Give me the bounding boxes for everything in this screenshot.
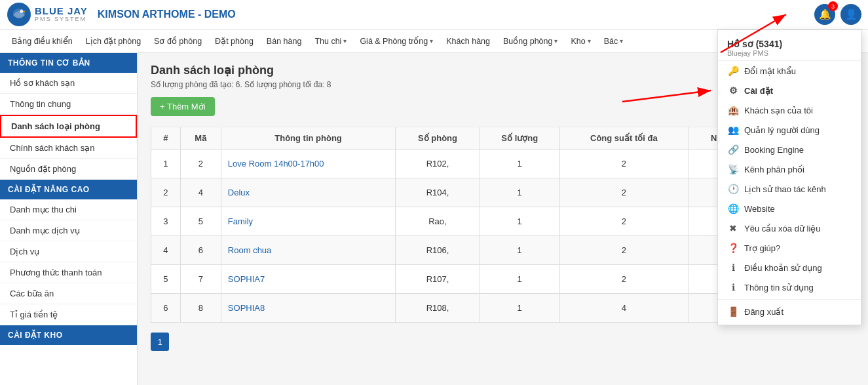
sidebar-item-general-info[interactable]: Thông tin chung bbox=[0, 94, 137, 115]
history-icon: 🕐 bbox=[727, 184, 739, 194]
sidebar-section-warehouse: CÀI ĐẶT KHO bbox=[0, 325, 137, 345]
notification-btn[interactable]: 🔔 3 bbox=[814, 4, 835, 25]
sidebar-item-services[interactable]: Dịch vụ bbox=[0, 241, 137, 262]
user-avatar-btn[interactable]: 👤 bbox=[840, 4, 861, 25]
sidebar-item-room-types[interactable]: Danh sách loại phòng bbox=[0, 115, 137, 138]
cell-so-phong: R107, bbox=[396, 264, 480, 293]
pagination: 1 bbox=[151, 333, 855, 351]
settings-icon: ⚙ bbox=[727, 85, 739, 96]
nav-sales[interactable]: Bán hàng bbox=[260, 30, 309, 53]
sidebar-item-meals[interactable]: Các bữa ăn bbox=[0, 283, 137, 304]
dropdown-logout[interactable]: 🚪 Đăng xuất bbox=[718, 302, 861, 321]
dropdown-menu: Hồ sơ (5341) Bluejay PMS 🔑 Đổi mật khẩu … bbox=[717, 30, 861, 325]
notification-badge: 3 bbox=[828, 1, 838, 11]
col-so-phong: Số phòng bbox=[396, 127, 480, 149]
nav-rooms[interactable]: Buồng phòng▾ bbox=[497, 30, 564, 53]
cell-ma: 5 bbox=[180, 207, 221, 235]
cell-num: 5 bbox=[151, 264, 181, 293]
dropdown-booking-engine[interactable]: 🔗 Booking Engine bbox=[718, 140, 861, 159]
dropdown-user-management[interactable]: 👥 Quản lý người dùng bbox=[718, 120, 861, 140]
sidebar-item-hotel-policy[interactable]: Chính sách khách sạn bbox=[0, 138, 137, 159]
cell-info[interactable]: Love Room 14h00-17h00 bbox=[221, 149, 395, 178]
cell-cong-suat: 2 bbox=[559, 235, 688, 264]
dropdown-my-hotel[interactable]: 🏨 Khách sạn của tôi bbox=[718, 100, 861, 120]
cell-so-luong: 1 bbox=[480, 293, 559, 322]
dropdown-channel-history[interactable]: 🕐 Lịch sử thao tác kênh bbox=[718, 179, 861, 199]
hotel-icon: 🏨 bbox=[727, 105, 739, 115]
sidebar-item-hotel-profile[interactable]: Hồ sơ khách sạn bbox=[0, 73, 137, 94]
dropdown-terms[interactable]: ℹ Điều khoản sử dụng bbox=[718, 258, 861, 277]
nav-warehouse[interactable]: Kho▾ bbox=[564, 30, 597, 53]
dropdown-website[interactable]: 🌐 Website bbox=[718, 199, 861, 218]
nav-booking-calendar[interactable]: Lịch đặt phòng bbox=[79, 30, 147, 53]
cell-num: 1 bbox=[151, 149, 181, 178]
col-num: # bbox=[151, 127, 181, 149]
info-icon: ℹ bbox=[727, 282, 739, 293]
cell-so-phong: R108, bbox=[396, 293, 480, 322]
nav-room-map[interactable]: Sơ đồ phòng bbox=[147, 30, 208, 53]
cell-cong-suat: 4 bbox=[559, 293, 688, 322]
cell-num: 3 bbox=[151, 207, 181, 235]
logo-bluejay: BLUE JAY bbox=[35, 6, 88, 17]
cell-num: 6 bbox=[151, 293, 181, 322]
cell-cong-suat: 2 bbox=[559, 264, 688, 293]
sidebar-item-booking-source[interactable]: Nguồn đặt phòng bbox=[0, 159, 137, 180]
dropdown-help[interactable]: ❓ Trợ giúp? bbox=[718, 238, 861, 258]
sidebar-item-payment-methods[interactable]: Phương thức thanh toán bbox=[0, 262, 137, 283]
dropdown-change-password[interactable]: 🔑 Đổi mật khẩu bbox=[718, 61, 861, 81]
nav-dashboard[interactable]: Bảng điều khiển bbox=[5, 30, 79, 53]
header-icons: 🔔 3 👤 bbox=[814, 4, 861, 25]
app-title: KIMSON ARTHOME - DEMO bbox=[98, 9, 814, 20]
cell-ma: 4 bbox=[180, 178, 221, 207]
cell-ma: 8 bbox=[180, 293, 221, 322]
add-button[interactable]: + Thêm Mới bbox=[151, 97, 215, 116]
cell-so-phong: R104, bbox=[396, 178, 480, 207]
cell-so-phong: Rao, bbox=[396, 207, 480, 235]
cell-so-luong: 1 bbox=[480, 149, 559, 178]
cell-ma: 2 bbox=[180, 149, 221, 178]
sidebar-item-currency[interactable]: Tỉ giá tiền tệ bbox=[0, 304, 137, 325]
cell-so-phong: R102, bbox=[396, 149, 480, 178]
col-ma: Mã bbox=[180, 127, 221, 149]
cell-info[interactable]: SOPHIA8 bbox=[221, 293, 395, 322]
col-cong-suat: Công suất tối đa bbox=[559, 127, 688, 149]
nav-booking[interactable]: Đặt phòng bbox=[208, 30, 260, 53]
logo-icon bbox=[7, 2, 31, 27]
svg-point-3 bbox=[22, 10, 23, 12]
logo-area: BLUE JAY PMS SYSTEM bbox=[7, 2, 88, 27]
logo-text: BLUE JAY PMS SYSTEM bbox=[35, 6, 88, 23]
cell-info[interactable]: Family bbox=[221, 207, 395, 235]
cell-so-luong: 1 bbox=[480, 264, 559, 293]
dropdown-channel-distribution[interactable]: 📡 Kênh phân phối bbox=[718, 159, 861, 179]
cell-so-luong: 1 bbox=[480, 235, 559, 264]
key-icon: 🔑 bbox=[727, 66, 739, 76]
cell-so-phong: R106, bbox=[396, 235, 480, 264]
nav-customers[interactable]: Khách hàng bbox=[440, 30, 497, 53]
dropdown-settings[interactable]: ⚙ Cài đặt bbox=[718, 81, 861, 100]
cell-cong-suat: 2 bbox=[559, 178, 688, 207]
dropdown-brand: Bluejay PMS bbox=[727, 49, 852, 57]
nav-revenue[interactable]: Thu chi▾ bbox=[308, 30, 353, 53]
nav-bac[interactable]: Bác▾ bbox=[597, 30, 630, 53]
cell-info[interactable]: Delux bbox=[221, 178, 395, 207]
sidebar-section-advanced: CÀI ĐẶT NÂNG CAO bbox=[0, 180, 137, 199]
cell-info[interactable]: SOPHIA7 bbox=[221, 264, 395, 293]
cell-so-luong: 1 bbox=[480, 178, 559, 207]
logout-icon: 🚪 bbox=[727, 306, 739, 317]
link-icon: 🔗 bbox=[727, 144, 739, 155]
dropdown-username: Hồ sơ (5341) bbox=[727, 39, 852, 49]
sidebar-item-revenue-categories[interactable]: Danh mục thu chi bbox=[0, 199, 137, 220]
nav-pricing[interactable]: Giá & Phòng trống▾ bbox=[353, 30, 440, 53]
help-icon: ❓ bbox=[727, 243, 739, 253]
web-icon: 🌐 bbox=[727, 203, 739, 214]
sidebar-section-basic: THÔNG TIN CƠ BẢN bbox=[0, 53, 137, 73]
cell-cong-suat: 2 bbox=[559, 149, 688, 178]
cell-num: 4 bbox=[151, 235, 181, 264]
cell-ma: 6 bbox=[180, 235, 221, 264]
cell-info[interactable]: Room chua bbox=[221, 235, 395, 264]
dropdown-delete-request[interactable]: ✖ Yêu cầu xóa dữ liệu bbox=[718, 218, 861, 238]
col-info: Thông tin phòng bbox=[221, 127, 395, 149]
dropdown-usage-info[interactable]: ℹ Thông tin sử dụng bbox=[718, 277, 861, 297]
page-1-btn[interactable]: 1 bbox=[151, 333, 169, 351]
sidebar-item-service-categories[interactable]: Danh mục dịch vụ bbox=[0, 220, 137, 241]
